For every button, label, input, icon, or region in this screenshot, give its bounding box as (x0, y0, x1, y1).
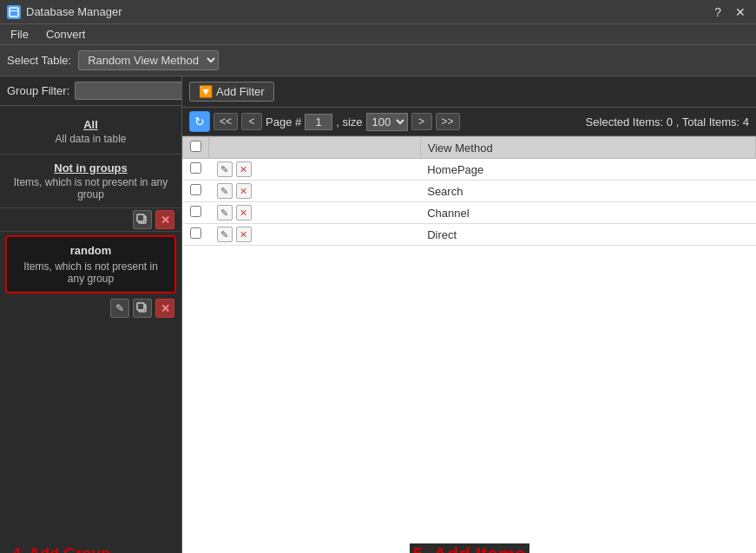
col-header-actions (209, 137, 421, 159)
row-icon-group: ✎ ✕ (216, 227, 414, 242)
table-row: ✎ ✕ Channel (183, 202, 756, 224)
copy-group-button[interactable] (133, 210, 152, 229)
pagination-stats: Selected Items: 0 , Total Items: 4 (586, 115, 749, 128)
row-icon-group: ✎ ✕ (216, 183, 414, 199)
toolbar: Select Table: Random View Method (0, 45, 756, 76)
row-view-method: HomePage (420, 159, 755, 181)
groups-list: All All data in table Not in groups Item… (0, 106, 181, 553)
selected-group-item[interactable]: random Items, which is not present in an… (5, 235, 176, 293)
page-size-select[interactable]: 100 50 200 (366, 113, 408, 131)
refresh-button[interactable]: ↻ (189, 111, 210, 132)
edit-selected-group-button[interactable]: ✎ (110, 299, 129, 318)
row-actions: ✎ ✕ (209, 159, 421, 181)
first-page-button[interactable]: << (214, 113, 238, 130)
data-table: View Method ✎ ✕ HomePage ✎ ✕ Search ✎ ✕ … (182, 136, 756, 246)
selected-group-title: random (14, 244, 168, 257)
col-header-view-method: View Method (420, 137, 755, 159)
next-page-button[interactable]: > (411, 113, 432, 130)
main-content: Group Filter: All All data in table Not … (0, 76, 756, 553)
group-not-in-groups[interactable]: Not in groups Items, which is not presen… (0, 155, 181, 208)
titlebar-controls: ? ✕ (711, 5, 749, 19)
row-view-method: Search (420, 181, 755, 202)
svg-rect-3 (137, 214, 144, 221)
row-actions: ✎ ✕ (209, 181, 421, 202)
selected-group-actions: ✎ ✕ (0, 297, 181, 321)
refresh-icon: ↻ (194, 115, 205, 128)
select-table-dropdown[interactable]: Random View Method (78, 50, 219, 70)
row-actions: ✎ ✕ (209, 202, 421, 224)
group-not-in-title: Not in groups (7, 161, 174, 174)
row-icon-group: ✎ ✕ (216, 205, 414, 221)
copy-selected-group-button[interactable] (133, 299, 152, 318)
filter-icon: 🔽 (199, 85, 213, 98)
right-toolbar: 🔽 Add Filter (182, 76, 756, 108)
group-all-subtitle: All data in table (7, 133, 174, 145)
row-view-method: Channel (420, 202, 755, 224)
page-number-input[interactable] (305, 114, 332, 130)
row-icon-group: ✎ ✕ (216, 161, 414, 177)
row-view-method: Direct (420, 224, 755, 246)
row-edit-button[interactable]: ✎ (217, 161, 233, 177)
add-filter-button[interactable]: 🔽 Add Filter (189, 82, 274, 102)
delete-group-button[interactable]: ✕ (155, 210, 174, 229)
svg-rect-0 (10, 8, 18, 16)
select-table-label: Select Table: (7, 54, 71, 67)
row-checkbox[interactable] (190, 227, 201, 239)
row-delete-button[interactable]: ✕ (236, 227, 252, 242)
delete-selected-group-button[interactable]: ✕ (155, 299, 174, 318)
size-label: , size (336, 115, 362, 128)
row-edit-button[interactable]: ✎ (217, 227, 233, 242)
select-all-checkbox[interactable] (190, 141, 201, 152)
menu-file[interactable]: File (3, 26, 36, 43)
row-edit-button[interactable]: ✎ (217, 205, 233, 221)
table-row: ✎ ✕ Search (183, 181, 756, 202)
table-row: ✎ ✕ HomePage (183, 159, 756, 181)
prev-page-button[interactable]: < (241, 113, 262, 130)
left-panel: Group Filter: All All data in table Not … (0, 76, 182, 553)
total-items: Total Items: 4 (682, 115, 749, 128)
add-group-label: 4. Add Group (9, 545, 114, 553)
close-button[interactable]: ✕ (732, 5, 749, 19)
help-button[interactable]: ? (711, 5, 725, 19)
selected-items: Selected Items: 0 (586, 115, 673, 128)
svg-rect-5 (137, 303, 144, 310)
col-header-checkbox (183, 137, 209, 159)
add-items-label: 5. Add Items (410, 543, 529, 553)
row-actions: ✎ ✕ (209, 224, 421, 246)
page-label: Page # (266, 115, 301, 128)
row-checkbox[interactable] (190, 206, 201, 217)
delete-icon: ✕ (161, 214, 170, 227)
row-delete-button[interactable]: ✕ (236, 183, 252, 199)
row-edit-button[interactable]: ✎ (217, 183, 233, 199)
group-not-in-subtitle: Items, which is not present in any group (7, 176, 174, 201)
row-checkbox[interactable] (190, 184, 201, 195)
table-row: ✎ ✕ Direct (183, 224, 756, 246)
group-filter-label: Group Filter: (7, 84, 69, 97)
svg-rect-1 (10, 10, 18, 11)
menu-convert[interactable]: Convert (39, 26, 93, 43)
last-page-button[interactable]: >> (436, 113, 460, 130)
group-filter-row: Group Filter: (0, 76, 181, 106)
titlebar: Database Manager ? ✕ (0, 0, 756, 24)
right-panel: 🔽 Add Filter ↻ << < Page # , size 100 50… (182, 76, 756, 553)
data-table-wrapper: View Method ✎ ✕ HomePage ✎ ✕ Search ✎ ✕ … (182, 136, 756, 553)
row-delete-button[interactable]: ✕ (236, 205, 252, 221)
group-all-title: All (7, 118, 174, 131)
app-icon (7, 5, 21, 19)
menubar: File Convert (0, 24, 756, 45)
delete-selected-icon: ✕ (161, 302, 170, 315)
row-checkbox[interactable] (190, 162, 201, 174)
pagination-bar: ↻ << < Page # , size 100 50 200 > >> Sel… (182, 108, 756, 136)
edit-icon: ✎ (115, 302, 124, 314)
app-title: Database Manager (26, 5, 711, 18)
row-delete-button[interactable]: ✕ (236, 161, 252, 177)
selected-group-subtitle: Items, which is not present in any group (14, 260, 168, 285)
not-in-groups-actions: ✕ (0, 208, 181, 232)
group-all[interactable]: All All data in table (0, 109, 181, 155)
